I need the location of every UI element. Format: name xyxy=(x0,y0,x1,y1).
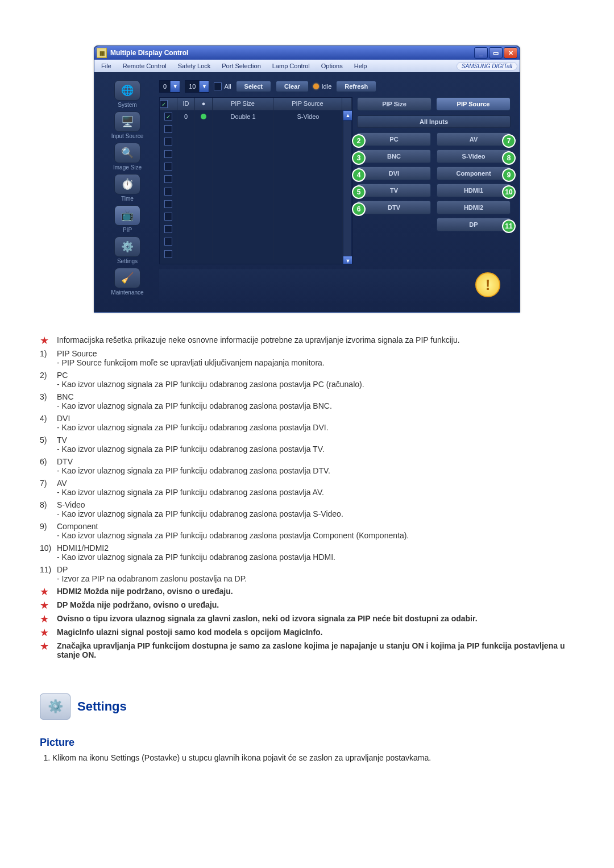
sidebar-item-pip[interactable]: PIP xyxy=(101,205,154,233)
input-dtv-button[interactable]: DTV6 xyxy=(357,201,431,214)
row-check-icon[interactable] xyxy=(164,213,172,221)
all-checkbox[interactable]: All xyxy=(214,82,231,90)
table-row[interactable] xyxy=(160,148,343,160)
range-from-value: 0 xyxy=(160,83,170,90)
table-row[interactable] xyxy=(160,160,343,173)
select-button[interactable]: Select xyxy=(236,81,271,92)
close-button[interactable]: ✕ xyxy=(504,47,517,59)
minimize-button[interactable]: _ xyxy=(474,47,488,59)
item-desc: - PIP Source funkcijom moľe se upravljat… xyxy=(57,358,574,367)
client-area: System Input Source Image Size Time PIP … xyxy=(94,72,520,312)
menu-remote-control[interactable]: Remote Control xyxy=(118,61,171,70)
maximize-button[interactable]: ▭ xyxy=(489,47,503,59)
range-from-select[interactable]: 0▼ xyxy=(159,80,180,93)
panel-header: All Inputs xyxy=(357,115,511,128)
input-bnc-button[interactable]: BNC3 xyxy=(357,149,431,163)
input-hdmi1-button[interactable]: HDMI110 xyxy=(437,184,511,197)
menu-lamp-control[interactable]: Lamp Control xyxy=(268,61,314,70)
item-desc: - Kao izvor ulaznog signala za PIP funkc… xyxy=(57,445,574,454)
item-number: 5) xyxy=(40,435,57,454)
col-pip-source: PIP Source xyxy=(273,98,342,110)
table-row[interactable] xyxy=(160,223,343,235)
settings-icon xyxy=(114,236,140,257)
table-row[interactable] xyxy=(160,210,343,223)
input-dvi-button[interactable]: DVI4 xyxy=(357,167,431,180)
list-item: 9)Component- Kao izvor ulaznog signala z… xyxy=(40,522,574,540)
table-row[interactable] xyxy=(160,235,343,248)
item-body: DP- Izvor za PIP na odabranom zaslonu po… xyxy=(57,565,574,583)
row-check-icon[interactable] xyxy=(164,225,172,233)
settings-section-icon: ⚙️ xyxy=(40,693,70,720)
table-row[interactable] xyxy=(160,135,343,148)
menu-port-selection[interactable]: Port Selection xyxy=(217,61,265,70)
refresh-button[interactable]: Refresh xyxy=(336,81,376,92)
scroll-down-button[interactable]: ▼ xyxy=(343,256,352,264)
item-body: PC- Kao izvor ulaznog signala za PIP fun… xyxy=(57,371,574,389)
all-label: All xyxy=(224,83,231,90)
input-component-button[interactable]: Component9 xyxy=(437,167,511,180)
clear-button[interactable]: Clear xyxy=(276,81,309,92)
note-row: ★DP Možda nije podržano, ovisno o uređaj… xyxy=(40,600,574,610)
col-check[interactable]: ✓ xyxy=(160,98,177,110)
menu-file[interactable]: File xyxy=(97,61,116,70)
sidebar-item-input-source[interactable]: Input Source xyxy=(101,111,154,139)
row-id: 0 xyxy=(177,110,195,123)
table-row[interactable] xyxy=(160,185,343,198)
badge-10: 10 xyxy=(502,185,516,199)
sidebar-item-maintenance[interactable]: Maintenance xyxy=(101,268,154,296)
row-check-icon[interactable] xyxy=(164,188,172,196)
input-hdmi2-button[interactable]: HDMI2 xyxy=(437,201,511,214)
table-row[interactable] xyxy=(160,173,343,185)
table-row[interactable] xyxy=(160,198,343,210)
menu-options[interactable]: Options xyxy=(317,61,347,70)
sidebar-item-system[interactable]: System xyxy=(101,80,154,108)
sidebar-item-settings[interactable]: Settings xyxy=(101,236,154,264)
input-dp-button[interactable]: DP11 xyxy=(437,218,511,231)
star-icon: ★ xyxy=(40,587,57,597)
sidebar-item-image-size[interactable]: Image Size xyxy=(101,143,154,171)
row-check-icon[interactable] xyxy=(164,138,172,146)
row-check-icon[interactable] xyxy=(164,238,172,246)
input-s-video-button[interactable]: S-Video8 xyxy=(437,149,511,163)
input-av-button[interactable]: AV7 xyxy=(437,132,511,146)
table-row[interactable] xyxy=(160,123,343,135)
row-check-icon[interactable] xyxy=(164,200,172,208)
intro-text: Informacijska rešetka prikazuje neke osn… xyxy=(57,335,574,346)
tab-pip-size[interactable]: PIP Size xyxy=(357,97,432,111)
pip-icon xyxy=(114,205,140,226)
row-check-icon[interactable] xyxy=(164,150,172,158)
row-check-icon[interactable] xyxy=(164,163,172,171)
row-check-icon[interactable] xyxy=(164,125,172,133)
tab-pip-source[interactable]: PIP Source xyxy=(436,97,511,111)
menu-help[interactable]: Help xyxy=(350,61,372,70)
item-desc: - Kao izvor ulaznog signala za PIP funkc… xyxy=(57,488,574,497)
row-check-icon[interactable]: ✓ xyxy=(164,113,172,121)
input-pc-button[interactable]: PC2 xyxy=(357,132,431,146)
content-list: ★ Informacijska rešetka prikazuje neke o… xyxy=(40,335,574,659)
row-check-icon[interactable] xyxy=(164,175,172,183)
item-title: BNC xyxy=(57,392,74,401)
col-id: ID xyxy=(177,98,195,110)
table-row[interactable] xyxy=(160,248,343,260)
menu-safety-lock[interactable]: Safety Lock xyxy=(173,61,215,70)
input-tv-button[interactable]: TV5 xyxy=(357,184,431,197)
window-title: Multiple Display Control xyxy=(110,49,474,57)
range-to-select[interactable]: 10▼ xyxy=(185,80,209,93)
sidebar-item-time[interactable]: Time xyxy=(101,174,154,202)
item-desc: - Kao izvor ulaznog signala za PIP funkc… xyxy=(57,401,574,410)
item-title: AV xyxy=(57,479,67,488)
app-icon: ▦ xyxy=(97,48,107,58)
table-row[interactable]: ✓ 0 Double 1 S-Video xyxy=(160,110,343,123)
list-item: 2)PC- Kao izvor ulaznog signala za PIP f… xyxy=(40,371,574,389)
star-icon: ★ xyxy=(40,614,57,624)
item-body: AV- Kao izvor ulaznog signala za PIP fun… xyxy=(57,479,574,497)
device-grid: ✓ ID ● PIP Size PIP Source xyxy=(159,97,352,264)
note-text: DP Možda nije podržano, ovisno o uređaju… xyxy=(57,600,574,610)
item-title: PIP Source xyxy=(57,349,97,358)
col-pip-size: PIP Size xyxy=(213,98,273,110)
scrollbar[interactable] xyxy=(343,121,352,256)
pip-tabs: PIP Size PIP Source xyxy=(357,97,511,111)
picture-heading: Picture xyxy=(40,737,574,749)
row-check-icon[interactable] xyxy=(164,250,172,258)
scroll-up-button[interactable]: ▲ xyxy=(343,110,352,121)
